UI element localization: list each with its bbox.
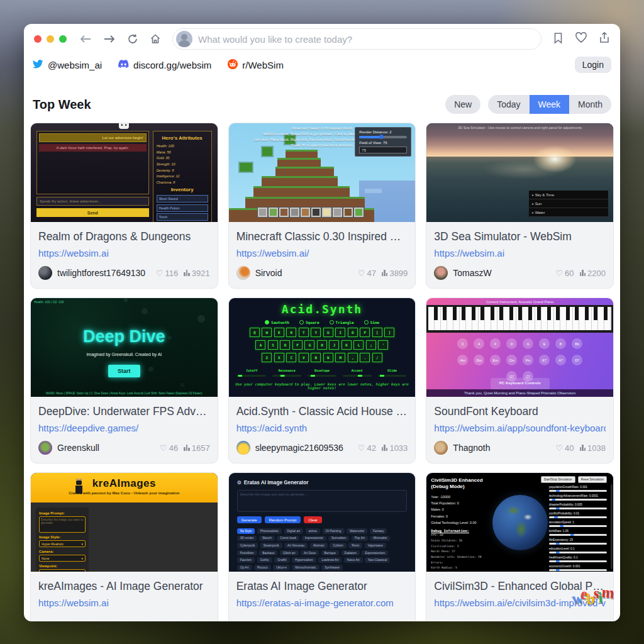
author-name[interactable]: Sirvoid bbox=[255, 268, 282, 278]
likes-count: 47 bbox=[367, 269, 375, 278]
project-thumbnail[interactable]: Let our adventure begin! A dark force ha… bbox=[31, 123, 218, 222]
project-url[interactable]: https://websim.ai/app/soundfont-keyboard bbox=[434, 423, 606, 433]
author-avatar[interactable] bbox=[236, 441, 250, 455]
likes-icon: ♡ bbox=[555, 443, 563, 453]
refresh-icon[interactable] bbox=[127, 33, 138, 45]
author-avatar[interactable] bbox=[38, 266, 52, 280]
author-avatar[interactable] bbox=[434, 441, 448, 455]
project-thumbnail[interactable]: kreAImages Crafted with passion by Max C… bbox=[31, 473, 218, 572]
attributes-title: Hero's Attributes bbox=[157, 135, 208, 141]
views-count: 3921 bbox=[192, 269, 210, 278]
project-thumbnail[interactable]: Minecraft Classic 0.30 Inspired WorldWAS… bbox=[229, 123, 416, 222]
project-url[interactable]: https://websim.ai bbox=[434, 248, 606, 258]
author-avatar[interactable] bbox=[434, 266, 448, 280]
twitter-link[interactable]: @websim_ai bbox=[33, 60, 102, 70]
project-card[interactable]: Health: 100 | O2: 100 Deep Dive Imagined… bbox=[30, 297, 218, 464]
login-button[interactable]: Login bbox=[575, 57, 611, 73]
project-stats: ♡116 3921 bbox=[156, 269, 210, 278]
maximize-window-button[interactable] bbox=[59, 35, 67, 43]
bookmark-icon[interactable] bbox=[553, 32, 564, 47]
fov-input: 75 bbox=[359, 147, 407, 153]
project-url[interactable]: https://websim.ai/ bbox=[236, 248, 408, 258]
debug-lines: FPS: 60State Children: 26Civilizations: … bbox=[431, 533, 499, 572]
hotbar bbox=[258, 208, 364, 217]
chord-buttons: CAFDGEBBb bbox=[426, 338, 613, 349]
back-icon[interactable] bbox=[79, 34, 92, 44]
project-title: DeepDive: Underwater FPS Adv… bbox=[38, 405, 210, 418]
project-title: Acid.Synth - Classic Acid House … bbox=[236, 405, 408, 418]
project-card[interactable]: Minecraft Classic 0.30 Inspired WorldWAS… bbox=[228, 123, 416, 289]
close-window-button[interactable] bbox=[34, 35, 42, 43]
credits-text: Thank you, Quiet Morning and Piano-Shape… bbox=[426, 389, 613, 397]
search-input[interactable] bbox=[198, 34, 533, 45]
project-title: kreAImages - AI Image Generator bbox=[38, 580, 210, 593]
discord-link[interactable]: discord.gg/websim bbox=[118, 60, 211, 70]
chord-buttons: AmDmEmCmFmE7A7D7 bbox=[426, 355, 613, 365]
hud-text: Health: 100 | O2: 100 bbox=[34, 300, 64, 304]
render-distance-label: Render Distance: 2 bbox=[359, 130, 407, 134]
author-avatar[interactable] bbox=[236, 266, 250, 280]
author-avatar[interactable] bbox=[38, 441, 52, 455]
likes-icon: ♡ bbox=[160, 443, 167, 453]
author-name[interactable]: twilightforest17649130 bbox=[57, 268, 145, 278]
app-subtitle: Crafted with passion by Max Cusu - Unlea… bbox=[31, 491, 218, 495]
forward-icon[interactable] bbox=[103, 34, 116, 44]
minimize-window-button[interactable] bbox=[47, 35, 54, 43]
project-card[interactable]: ⚙Eratas AI Image Generator Describe the … bbox=[228, 472, 416, 621]
key-row: ASDFGHJKL;' bbox=[229, 340, 416, 350]
project-url[interactable]: https://websim.ai bbox=[38, 248, 210, 258]
discord-handle: discord.gg/websim bbox=[133, 60, 211, 70]
project-card[interactable]: kreAImages Crafted with passion by Max C… bbox=[30, 472, 218, 621]
author-name[interactable]: sleepymagic21609536 bbox=[255, 443, 343, 453]
project-thumbnail[interactable]: Current Instrument: Acoustic Grand Piano… bbox=[426, 298, 613, 397]
likes-count: 40 bbox=[565, 443, 574, 453]
waveform-options: SawtoothSquareTriangleSine bbox=[229, 320, 416, 325]
share-icon[interactable] bbox=[599, 31, 610, 47]
likes-icon: ♡ bbox=[555, 269, 563, 278]
author-name[interactable]: TomaszW bbox=[453, 268, 491, 278]
heart-icon[interactable] bbox=[575, 32, 587, 46]
earth-globe bbox=[492, 495, 548, 550]
synth-sliders: CutoffResonanceEnvelopeAccentGlide bbox=[229, 369, 416, 377]
filter-month[interactable]: Month bbox=[569, 95, 611, 114]
likes-count: 42 bbox=[367, 443, 375, 453]
hero-stats: Health: 100Mana: 50Gold: 30Strength: 10D… bbox=[157, 143, 208, 186]
search-bar bbox=[172, 28, 541, 50]
project-thumbnail[interactable]: 3D Sea Simulator - Use mouse to control … bbox=[426, 123, 613, 222]
filter-week[interactable]: Week bbox=[530, 95, 570, 114]
views-icon bbox=[184, 270, 190, 276]
likes-count: 60 bbox=[565, 269, 574, 278]
project-url[interactable]: https://acid.synth bbox=[236, 423, 408, 433]
synth-title: Acid.Synth bbox=[229, 303, 416, 316]
key-row: QWERTYUIOP[] bbox=[229, 328, 416, 337]
project-thumbnail[interactable]: Health: 100 | O2: 100 Deep Dive Imagined… bbox=[31, 298, 218, 397]
user-avatar-icon[interactable] bbox=[176, 31, 192, 47]
project-thumbnail[interactable]: CivilSim3D Enhanced (Debug Mode) Year: -… bbox=[426, 473, 613, 572]
gui-panel: Sky & TimeSunWater bbox=[529, 191, 608, 217]
project-card[interactable]: Let our adventure begin! A dark force ha… bbox=[30, 123, 218, 289]
action-input: Speak thy action, brave adventurer... bbox=[36, 197, 149, 206]
project-url[interactable]: https://deepdive.games/ bbox=[38, 423, 210, 433]
fov-label: Field of View: 75 bbox=[359, 141, 407, 145]
gear-icon: ⚙ bbox=[237, 480, 242, 486]
project-stats: ♡60 2200 bbox=[555, 269, 606, 278]
project-card[interactable]: Acid.Synth SawtoothSquareTriangleSine QW… bbox=[228, 297, 416, 464]
views-count: 1038 bbox=[587, 443, 606, 453]
author-name[interactable]: Thagnoth bbox=[453, 443, 490, 453]
send-button: Send bbox=[36, 208, 149, 217]
project-card[interactable]: 3D Sea Simulator - Use mouse to control … bbox=[426, 123, 614, 289]
project-card[interactable]: Current Instrument: Acoustic Grand Piano… bbox=[426, 297, 614, 464]
filter-today[interactable]: Today bbox=[488, 95, 529, 114]
prompt-textarea: Describe the image you want to generate.… bbox=[237, 490, 408, 512]
project-url[interactable]: https://eratas-ai-image-generator.com bbox=[236, 597, 408, 608]
window-controls bbox=[34, 35, 67, 43]
adventure-banner: Let our adventure begin! bbox=[39, 133, 147, 142]
reddit-handle: r/WebSim bbox=[242, 60, 284, 70]
reddit-link[interactable]: r/WebSim bbox=[228, 59, 284, 71]
author-name[interactable]: Greenskull bbox=[57, 443, 99, 453]
project-url[interactable]: https://websim.ai bbox=[38, 597, 210, 608]
project-thumbnail[interactable]: ⚙Eratas AI Image Generator Describe the … bbox=[229, 473, 416, 572]
project-thumbnail[interactable]: Acid.Synth SawtoothSquareTriangleSine QW… bbox=[229, 298, 416, 397]
home-icon[interactable] bbox=[150, 33, 161, 45]
filter-new[interactable]: New bbox=[445, 95, 480, 114]
